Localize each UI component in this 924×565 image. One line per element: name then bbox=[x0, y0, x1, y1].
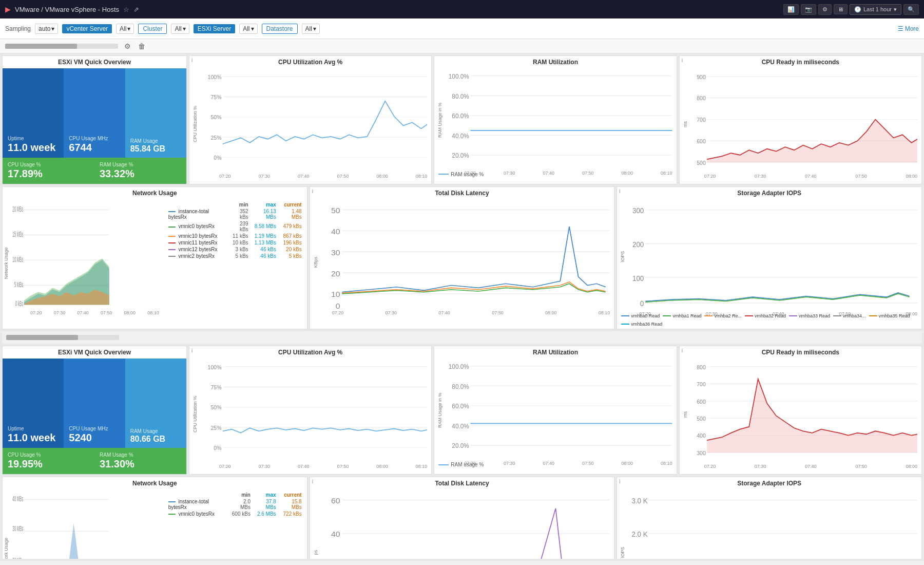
svg-text:700: 700 bbox=[697, 381, 706, 387]
host2-ram-usage-box: RAM Usage 80.66 GB bbox=[125, 359, 186, 448]
host2-cpu-ready-y-label: ms bbox=[682, 361, 689, 468]
host2-network-row: Network Usage Network Usage 40 MBs 30 MB… bbox=[2, 477, 922, 559]
host2-uptime-label: Uptime bbox=[8, 426, 59, 431]
svg-text:500: 500 bbox=[697, 416, 706, 422]
monitor-icon[interactable]: 🖥 bbox=[834, 4, 848, 14]
host2-ram-pct-value: 31.30% bbox=[100, 458, 181, 470]
host2-ram-legend: RAM usage % bbox=[451, 462, 484, 467]
host2-overview-panel: ESXi VM Quick Overview Uptime 11.0 week … bbox=[2, 346, 187, 475]
svg-text:40.0%: 40.0% bbox=[452, 423, 470, 430]
host1-ram-pct-label: RAM Usage % bbox=[100, 162, 181, 167]
info-icon-7: i bbox=[312, 479, 313, 484]
svg-text:10: 10 bbox=[331, 290, 340, 298]
svg-text:0: 0 bbox=[336, 302, 340, 310]
host1-ram-usage-box: RAM Usage 85.84 GB bbox=[125, 68, 186, 158]
info-icon: i bbox=[191, 58, 192, 63]
separator-scroll-1[interactable] bbox=[6, 335, 119, 340]
host1-disk-panel: i Total Disk Latency KBps 50 40 30 20 bbox=[310, 186, 615, 329]
sampling-dropdown[interactable]: auto ▾ bbox=[35, 24, 58, 34]
host1-uptime-box: Uptime 11.0 week bbox=[3, 68, 64, 158]
host2-cpu-chart: i CPU Utilization Avg % CPU Utilization … bbox=[189, 346, 432, 475]
host2-ram-chart: RAM Utilization RAM Usage in % 100.0% 80… bbox=[434, 346, 677, 475]
svg-text:0: 0 bbox=[640, 299, 644, 308]
svg-text:30: 30 bbox=[331, 248, 340, 256]
share-icon[interactable]: ⇗ bbox=[133, 6, 139, 13]
host1-row: ESXi VM Quick Overview Uptime 11.0 week … bbox=[2, 55, 922, 184]
host1-ram-pct-value: 33.32% bbox=[100, 167, 181, 180]
svg-text:2.0 K: 2.0 K bbox=[632, 530, 648, 539]
host2-overview-title: ESXi VM Quick Overview bbox=[3, 346, 186, 359]
host1-overview-panel: ESXi VM Quick Overview Uptime 11.0 week … bbox=[2, 55, 187, 184]
host1-cpu-mhz-value: 6744 bbox=[69, 141, 120, 154]
svg-text:100.0%: 100.0% bbox=[449, 73, 469, 80]
svg-text:40: 40 bbox=[331, 227, 340, 235]
info-icon-4: i bbox=[619, 189, 620, 194]
host2-cpu-ready-chart: i CPU Ready in miliseconds ms 800 700 60… bbox=[679, 346, 922, 475]
settings-toolbar-icon[interactable]: ⚙ bbox=[122, 41, 133, 51]
host1-ram-value: 85.84 GB bbox=[130, 144, 181, 154]
svg-text:5 MBs: 5 MBs bbox=[14, 280, 24, 289]
vmware-icon: ▶ bbox=[5, 5, 11, 13]
datastore-label: Datastore bbox=[262, 24, 298, 34]
chevron-icon: ▾ bbox=[127, 25, 130, 32]
host1-ram-y-label: RAM Usage in % bbox=[436, 70, 444, 170]
esxi-dropdown[interactable]: All ▾ bbox=[239, 24, 257, 34]
cluster-dropdown[interactable]: All ▾ bbox=[171, 24, 189, 34]
svg-marker-97 bbox=[707, 379, 917, 453]
svg-text:20 MBs: 20 MBs bbox=[12, 205, 23, 213]
host2-cpu-title: CPU Utilization Avg % bbox=[189, 346, 431, 359]
host1-storage-title: Storage Adapter IOPS bbox=[617, 187, 921, 199]
chevron-down-icon: ▾ bbox=[894, 6, 897, 13]
toolbar-row: ⚙ 🗑 bbox=[0, 39, 924, 53]
host1-cpu-title: CPU Utilization Avg % bbox=[189, 56, 431, 68]
time-range-button[interactable]: 🕐 Last 1 hour ▾ bbox=[850, 4, 901, 15]
svg-text:3.0 K: 3.0 K bbox=[632, 496, 648, 505]
sampling-label: Sampling bbox=[5, 25, 31, 32]
host1-cpu-y-label: CPU Utilization % bbox=[191, 70, 199, 178]
menu-icon: ☰ bbox=[898, 25, 903, 32]
svg-text:80.0%: 80.0% bbox=[452, 92, 470, 100]
svg-text:20: 20 bbox=[331, 269, 340, 277]
svg-marker-105 bbox=[24, 523, 109, 559]
scroll-bar[interactable] bbox=[5, 44, 118, 49]
host2-cpu-mhz-value: 5240 bbox=[69, 431, 120, 444]
svg-text:20.0%: 20.0% bbox=[452, 442, 470, 449]
host1-network-row: Network Usage Network Usage 20 MBs 15 MB… bbox=[2, 186, 922, 329]
host2-network-panel: Network Usage Network Usage 40 MBs 30 MB… bbox=[2, 477, 307, 559]
host2-ram-pct-box: RAM Usage % 31.30% bbox=[94, 448, 186, 474]
info-icon-8: i bbox=[619, 479, 620, 484]
trash-toolbar-icon[interactable]: 🗑 bbox=[136, 41, 147, 51]
host2-storage-y-label: IOPS bbox=[619, 492, 626, 559]
datastore-dropdown[interactable]: All ▾ bbox=[302, 24, 320, 34]
host2-disk-y-label: ps bbox=[312, 492, 319, 559]
host1-network-panel: Network Usage Network Usage 20 MBs 15 MB… bbox=[2, 186, 307, 329]
host2-uptime-box: Uptime 11.0 week bbox=[3, 359, 64, 448]
host1-cpu-pct-label: CPU Usage % bbox=[8, 162, 89, 167]
host2-cpu-pct-label: CPU Usage % bbox=[8, 452, 89, 458]
camera-icon[interactable]: 📷 bbox=[801, 4, 816, 15]
host1-cpu-mhz-label: CPU Usage MHz bbox=[69, 136, 120, 141]
host2-ram-title: RAM Utilization bbox=[434, 346, 676, 359]
host2-cpu-ready-title: CPU Ready in miliseconds bbox=[680, 346, 921, 359]
vcenter-dropdown[interactable]: All ▾ bbox=[116, 24, 134, 34]
chevron-icon: ▾ bbox=[313, 25, 316, 32]
clock-icon: 🕐 bbox=[854, 6, 861, 13]
separator-1 bbox=[2, 331, 922, 344]
header: ▶ VMware / VMware vSphere - Hosts ☆ ⇗ 📊 … bbox=[0, 0, 924, 18]
host1-cpu-pct-value: 17.89% bbox=[8, 167, 89, 180]
search-button[interactable]: 🔍 bbox=[903, 4, 919, 15]
host2-cpu-pct-value: 19.95% bbox=[8, 458, 89, 470]
svg-text:20 MBs: 20 MBs bbox=[12, 556, 23, 559]
svg-text:60: 60 bbox=[331, 496, 340, 504]
host1-disk-y-label: KBps bbox=[312, 201, 319, 323]
bar-chart-icon[interactable]: 📊 bbox=[783, 4, 799, 15]
more-button[interactable]: ☰ More bbox=[898, 25, 919, 32]
svg-text:800: 800 bbox=[697, 95, 706, 101]
host2-disk-panel: i Total Disk Latency ps 60 40 20 bbox=[310, 477, 615, 559]
star-icon[interactable]: ☆ bbox=[123, 6, 129, 13]
host2-ram-y-label: RAM Usage in % bbox=[436, 361, 444, 460]
settings-icon[interactable]: ⚙ bbox=[818, 4, 832, 15]
svg-text:100%: 100% bbox=[208, 74, 222, 80]
host2-ram-value: 80.66 GB bbox=[130, 434, 181, 444]
host2-disk-title: Total Disk Latency bbox=[310, 477, 614, 489]
